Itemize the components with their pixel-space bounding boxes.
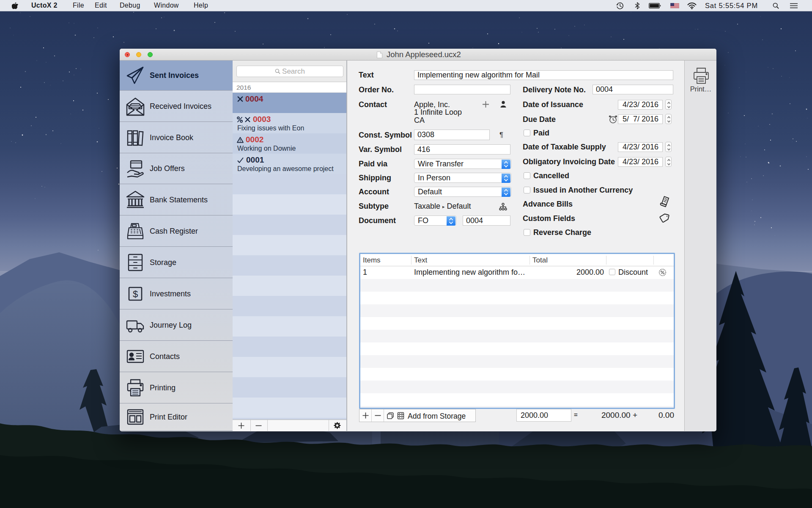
svg-text:$: $	[133, 289, 138, 299]
